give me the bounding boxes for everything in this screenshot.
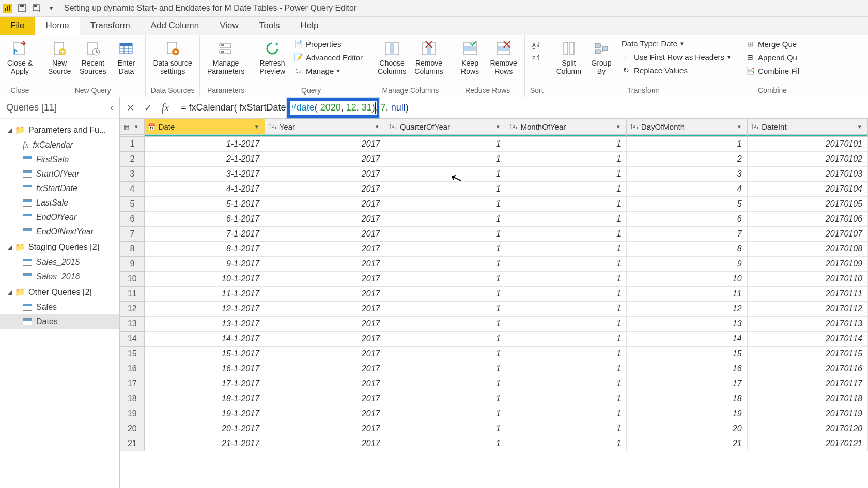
- chevron-down-icon: ▾: [680, 40, 684, 47]
- table-row[interactable]: 5 5-1-2017 2017 1 1 5 20170105: [120, 197, 868, 212]
- data-grid[interactable]: ▦▾ 📅Date▾ 1²₃Year▾ 1²₃QuarterOfYear▾ 1²₃…: [120, 119, 868, 488]
- table-row[interactable]: 6 6-1-2017 2017 1 1 6 20170106: [120, 212, 868, 227]
- query-endofnextyear[interactable]: EndOfNextYear: [0, 225, 119, 239]
- confirm-formula-button[interactable]: ✓: [141, 101, 155, 115]
- append-queries-button[interactable]: ⊟Append Qu: [743, 52, 801, 63]
- data-type-button[interactable]: Data Type: Date▾: [619, 38, 733, 49]
- tree-group-parameters[interactable]: ◢📁Parameters and Fu...: [0, 122, 119, 138]
- filter-icon[interactable]: ▾: [614, 123, 623, 130]
- data-source-settings-button[interactable]: Data source settings: [149, 37, 196, 77]
- col-header-quarter[interactable]: 1²₃QuarterOfYear▾: [385, 119, 506, 135]
- tab-help[interactable]: Help: [290, 17, 329, 35]
- close-apply-button[interactable]: Close & Apply: [3, 37, 37, 77]
- new-source-button[interactable]: New Source: [43, 37, 75, 77]
- enter-data-button[interactable]: Enter Data: [110, 37, 142, 77]
- fx-icon[interactable]: fx: [158, 101, 173, 115]
- rownum-cell: 21: [120, 436, 145, 451]
- query-sales2015[interactable]: Sales_2015: [0, 255, 119, 270]
- cancel-formula-button[interactable]: ✕: [123, 101, 137, 115]
- table-row[interactable]: 10 10-1-2017 2017 1 1 10 20170110: [120, 272, 868, 287]
- tab-view[interactable]: View: [209, 17, 249, 35]
- query-fxcalendar[interactable]: fxfxCalendar: [0, 138, 119, 152]
- query-sales2016[interactable]: Sales_2016: [0, 270, 119, 284]
- query-fxstartdate[interactable]: fxStartDate: [0, 181, 119, 196]
- filter-icon[interactable]: ▾: [493, 123, 503, 130]
- properties-button[interactable]: 📄Properties: [291, 38, 365, 50]
- combine-files-button[interactable]: 📑Combine Fil: [743, 65, 801, 76]
- cell-month: 1: [506, 391, 626, 406]
- keep-rows-button[interactable]: Keep Rows: [454, 37, 486, 77]
- number-type-icon: 1²₃: [509, 123, 518, 131]
- col-header-date[interactable]: 📅Date▾: [144, 119, 265, 135]
- query-endofyear[interactable]: EndOfYear: [0, 210, 119, 225]
- table-row[interactable]: 8 8-1-2017 2017 1 1 8 20170108: [120, 242, 868, 257]
- filter-icon[interactable]: ▾: [252, 123, 261, 130]
- replace-values-button[interactable]: ↻Replace Values: [619, 65, 733, 76]
- remove-columns-button[interactable]: Remove Columns: [410, 37, 447, 77]
- tab-file[interactable]: File: [0, 17, 35, 35]
- sort-desc-button[interactable]: Z: [530, 53, 544, 64]
- query-startofyear[interactable]: StartOfYear: [0, 167, 119, 181]
- table-row[interactable]: 16 16-1-2017 2017 1 1 16 20170116: [120, 361, 868, 376]
- tab-home[interactable]: Home: [35, 17, 80, 35]
- merge-queries-button[interactable]: ⊞Merge Que: [743, 38, 801, 50]
- tree-group-staging[interactable]: ◢📁Staging Queries [2]: [0, 239, 119, 255]
- choose-columns-icon: [383, 39, 401, 58]
- table-row[interactable]: 13 13-1-2017 2017 1 1 13 20170113: [120, 317, 868, 332]
- table-row[interactable]: 15 15-1-2017 2017 1 1 15 20170115: [120, 347, 868, 361]
- remove-rows-button[interactable]: Remove Rows: [486, 37, 521, 77]
- table-row[interactable]: 1 1-1-2017 2017 1 1 1 20170101: [120, 137, 868, 152]
- table-row[interactable]: 20 20-1-2017 2017 1 1 20 20170120: [120, 421, 868, 436]
- table-row[interactable]: 21 21-1-2017 2017 1 1 21 20170121: [120, 436, 868, 451]
- table-row[interactable]: 3 3-1-2017 2017 1 1 3 20170103: [120, 167, 868, 182]
- col-header-day[interactable]: 1²₃DayOfMonth▾: [627, 119, 747, 135]
- table-row[interactable]: 11 11-1-2017 2017 1 1 11 20170111: [120, 287, 868, 302]
- table-row[interactable]: 18 18-1-2017 2017 1 1 18 20170118: [120, 391, 868, 406]
- table-icon: [23, 199, 32, 207]
- choose-columns-button[interactable]: Choose Columns: [374, 37, 410, 77]
- table-row[interactable]: 19 19-1-2017 2017 1 1 19 20170119: [120, 406, 868, 421]
- query-sales[interactable]: Sales: [0, 300, 119, 314]
- tab-transform[interactable]: Transform: [80, 17, 141, 35]
- tree-group-other[interactable]: ◢📁Other Queries [2]: [0, 284, 119, 300]
- tab-tools[interactable]: Tools: [249, 17, 290, 35]
- refresh-preview-button[interactable]: Refresh Preview: [255, 37, 289, 77]
- cell-day: 17: [627, 376, 747, 391]
- save-icon[interactable]: [17, 3, 28, 14]
- group-by-button[interactable]: Group By: [585, 37, 617, 77]
- filter-icon[interactable]: ▾: [373, 123, 382, 130]
- advanced-editor-button[interactable]: 📝Advanced Editor: [291, 52, 365, 63]
- data-source-settings-label: Data source settings: [153, 59, 192, 75]
- cell-day: 20: [627, 421, 747, 436]
- filter-icon[interactable]: ▾: [855, 123, 864, 130]
- table-row[interactable]: 4 4-1-2017 2017 1 1 4 20170104: [120, 182, 868, 197]
- rownum-header[interactable]: ▦▾: [120, 119, 145, 135]
- table-row[interactable]: 9 9-1-2017 2017 1 1 9 20170109: [120, 257, 868, 272]
- first-row-headers-button[interactable]: ▦Use First Row as Headers▾: [619, 51, 733, 62]
- collapse-pane-icon[interactable]: ‹: [110, 102, 113, 113]
- query-dates[interactable]: Dates: [0, 314, 119, 329]
- query-firstsale[interactable]: FirstSale: [0, 152, 119, 167]
- col-header-year[interactable]: 1²₃Year▾: [265, 119, 385, 135]
- tab-add-column[interactable]: Add Column: [141, 17, 210, 35]
- formula-input[interactable]: = fxCalendar( fxStartDate, #date( 2020, …: [176, 102, 865, 114]
- table-row[interactable]: 12 12-1-2017 2017 1 1 12 20170112: [120, 302, 868, 317]
- query-lastsale[interactable]: LastSale: [0, 196, 119, 210]
- recent-sources-button[interactable]: Recent Sources: [75, 37, 110, 77]
- table-row[interactable]: 17 17-1-2017 2017 1 1 17 20170117: [120, 376, 868, 391]
- save-as-icon[interactable]: [31, 3, 42, 14]
- table-row[interactable]: 2 2-1-2017 2017 1 1 2 20170102: [120, 152, 868, 167]
- new-source-icon: [50, 39, 69, 58]
- col-header-dateint[interactable]: 1²₃DateInt▾: [747, 119, 867, 135]
- sort-asc-button[interactable]: AZ: [530, 39, 544, 51]
- manage-parameters-button[interactable]: Manage Parameters: [203, 37, 249, 77]
- qat-dropdown-icon[interactable]: ▾: [45, 3, 57, 14]
- ribbon-group-sort: AZ Z Sort: [525, 35, 549, 97]
- append-icon: ⊟: [746, 53, 755, 62]
- table-row[interactable]: 7 7-1-2017 2017 1 1 7 20170107: [120, 227, 868, 242]
- table-row[interactable]: 14 14-1-2017 2017 1 1 14 20170114: [120, 332, 868, 347]
- filter-icon[interactable]: ▾: [735, 123, 744, 130]
- split-column-button[interactable]: Split Column: [552, 37, 585, 77]
- col-header-month[interactable]: 1²₃MonthOfYear▾: [506, 119, 626, 135]
- manage-button[interactable]: 🗂Manage▾: [291, 65, 365, 76]
